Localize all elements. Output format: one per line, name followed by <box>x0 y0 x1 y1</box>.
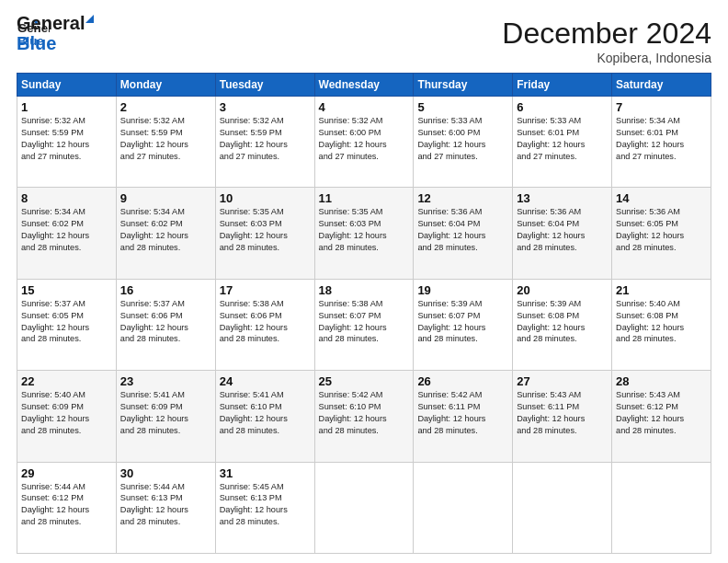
calendar-cell: 24Sunrise: 5:41 AM Sunset: 6:10 PM Dayli… <box>215 371 314 462</box>
calendar-week-row: 15Sunrise: 5:37 AM Sunset: 6:05 PM Dayli… <box>17 279 711 370</box>
day-number: 26 <box>417 374 508 388</box>
calendar-cell: 31Sunrise: 5:45 AM Sunset: 6:13 PM Dayli… <box>215 462 314 553</box>
header: General Blue General Blue December 2024 … <box>17 17 711 65</box>
cell-info: Sunrise: 5:36 AM Sunset: 6:05 PM Dayligh… <box>616 206 707 254</box>
cell-info: Sunrise: 5:44 AM Sunset: 6:13 PM Dayligh… <box>120 481 211 529</box>
calendar-cell: 15Sunrise: 5:37 AM Sunset: 6:05 PM Dayli… <box>17 279 117 370</box>
calendar-header-monday: Monday <box>116 74 215 97</box>
calendar-cell: 1Sunrise: 5:32 AM Sunset: 5:59 PM Daylig… <box>17 97 117 188</box>
calendar-cell: 30Sunrise: 5:44 AM Sunset: 6:13 PM Dayli… <box>116 462 215 553</box>
logo-blue: Blue <box>17 34 94 52</box>
cell-info: Sunrise: 5:32 AM Sunset: 5:59 PM Dayligh… <box>120 115 211 163</box>
calendar-week-row: 8Sunrise: 5:34 AM Sunset: 6:02 PM Daylig… <box>17 188 711 279</box>
calendar-cell: 27Sunrise: 5:43 AM Sunset: 6:11 PM Dayli… <box>513 371 612 462</box>
calendar-cell <box>314 462 414 553</box>
calendar-cell: 3Sunrise: 5:32 AM Sunset: 5:59 PM Daylig… <box>215 97 314 188</box>
day-number: 3 <box>220 100 311 114</box>
calendar-cell: 20Sunrise: 5:39 AM Sunset: 6:08 PM Dayli… <box>513 279 612 370</box>
day-number: 24 <box>220 374 311 388</box>
calendar-cell: 23Sunrise: 5:41 AM Sunset: 6:09 PM Dayli… <box>116 371 215 462</box>
calendar-cell: 2Sunrise: 5:32 AM Sunset: 5:59 PM Daylig… <box>116 97 215 188</box>
day-number: 10 <box>220 191 311 205</box>
page: General Blue General Blue December 2024 … <box>0 0 728 563</box>
logo-general: General <box>17 13 94 34</box>
calendar-cell: 26Sunrise: 5:42 AM Sunset: 6:11 PM Dayli… <box>414 371 513 462</box>
cell-info: Sunrise: 5:32 AM Sunset: 5:59 PM Dayligh… <box>220 115 311 163</box>
calendar-cell: 16Sunrise: 5:37 AM Sunset: 6:06 PM Dayli… <box>116 279 215 370</box>
day-number: 30 <box>120 466 211 480</box>
cell-info: Sunrise: 5:34 AM Sunset: 6:02 PM Dayligh… <box>21 206 112 254</box>
calendar-cell: 22Sunrise: 5:40 AM Sunset: 6:09 PM Dayli… <box>17 371 117 462</box>
cell-info: Sunrise: 5:39 AM Sunset: 6:08 PM Dayligh… <box>517 298 608 346</box>
cell-info: Sunrise: 5:40 AM Sunset: 6:08 PM Dayligh… <box>616 298 707 346</box>
day-number: 2 <box>120 100 211 114</box>
calendar-header-wednesday: Wednesday <box>314 74 414 97</box>
calendar-cell: 21Sunrise: 5:40 AM Sunset: 6:08 PM Dayli… <box>612 279 711 370</box>
cell-info: Sunrise: 5:41 AM Sunset: 6:09 PM Dayligh… <box>120 389 211 437</box>
day-number: 8 <box>21 191 112 205</box>
day-number: 22 <box>21 374 112 388</box>
calendar-cell <box>513 462 612 553</box>
day-number: 25 <box>319 374 410 388</box>
calendar-header-saturday: Saturday <box>612 74 711 97</box>
day-number: 6 <box>517 100 608 114</box>
calendar-cell: 11Sunrise: 5:35 AM Sunset: 6:03 PM Dayli… <box>314 188 414 279</box>
day-number: 12 <box>417 191 508 205</box>
cell-info: Sunrise: 5:32 AM Sunset: 6:00 PM Dayligh… <box>319 115 410 163</box>
cell-info: Sunrise: 5:44 AM Sunset: 6:12 PM Dayligh… <box>21 481 112 529</box>
day-number: 20 <box>517 283 608 297</box>
day-number: 28 <box>616 374 707 388</box>
cell-info: Sunrise: 5:33 AM Sunset: 6:00 PM Dayligh… <box>417 115 508 163</box>
day-number: 4 <box>319 100 410 114</box>
calendar-cell: 8Sunrise: 5:34 AM Sunset: 6:02 PM Daylig… <box>17 188 117 279</box>
logo-text-block: General Blue <box>17 13 94 52</box>
location-subtitle: Kopibera, Indonesia <box>502 51 711 65</box>
cell-info: Sunrise: 5:37 AM Sunset: 6:05 PM Dayligh… <box>21 298 112 346</box>
day-number: 18 <box>319 283 410 297</box>
calendar-cell: 4Sunrise: 5:32 AM Sunset: 6:00 PM Daylig… <box>314 97 414 188</box>
title-area: December 2024 Kopibera, Indonesia <box>502 17 711 65</box>
day-number: 23 <box>120 374 211 388</box>
calendar-week-row: 1Sunrise: 5:32 AM Sunset: 5:59 PM Daylig… <box>17 97 711 188</box>
day-number: 14 <box>616 191 707 205</box>
cell-info: Sunrise: 5:36 AM Sunset: 6:04 PM Dayligh… <box>517 206 608 254</box>
calendar-cell: 9Sunrise: 5:34 AM Sunset: 6:02 PM Daylig… <box>116 188 215 279</box>
cell-info: Sunrise: 5:43 AM Sunset: 6:12 PM Dayligh… <box>616 389 707 437</box>
day-number: 17 <box>220 283 311 297</box>
day-number: 7 <box>616 100 707 114</box>
calendar-header-friday: Friday <box>513 74 612 97</box>
month-title: December 2024 <box>502 17 711 51</box>
calendar-cell: 5Sunrise: 5:33 AM Sunset: 6:00 PM Daylig… <box>414 97 513 188</box>
calendar-header-thursday: Thursday <box>414 74 513 97</box>
calendar-cell: 19Sunrise: 5:39 AM Sunset: 6:07 PM Dayli… <box>414 279 513 370</box>
cell-info: Sunrise: 5:43 AM Sunset: 6:11 PM Dayligh… <box>517 389 608 437</box>
calendar-cell: 14Sunrise: 5:36 AM Sunset: 6:05 PM Dayli… <box>612 188 711 279</box>
cell-info: Sunrise: 5:35 AM Sunset: 6:03 PM Dayligh… <box>319 206 410 254</box>
day-number: 21 <box>616 283 707 297</box>
calendar-cell: 29Sunrise: 5:44 AM Sunset: 6:12 PM Dayli… <box>17 462 117 553</box>
cell-info: Sunrise: 5:45 AM Sunset: 6:13 PM Dayligh… <box>220 481 311 529</box>
calendar-cell: 12Sunrise: 5:36 AM Sunset: 6:04 PM Dayli… <box>414 188 513 279</box>
cell-info: Sunrise: 5:33 AM Sunset: 6:01 PM Dayligh… <box>517 115 608 163</box>
day-number: 13 <box>517 191 608 205</box>
calendar-cell: 18Sunrise: 5:38 AM Sunset: 6:07 PM Dayli… <box>314 279 414 370</box>
calendar-cell: 7Sunrise: 5:34 AM Sunset: 6:01 PM Daylig… <box>612 97 711 188</box>
calendar-cell: 25Sunrise: 5:42 AM Sunset: 6:10 PM Dayli… <box>314 371 414 462</box>
cell-info: Sunrise: 5:34 AM Sunset: 6:02 PM Dayligh… <box>120 206 211 254</box>
calendar-cell: 10Sunrise: 5:35 AM Sunset: 6:03 PM Dayli… <box>215 188 314 279</box>
day-number: 31 <box>220 466 311 480</box>
cell-info: Sunrise: 5:38 AM Sunset: 6:06 PM Dayligh… <box>220 298 311 346</box>
cell-info: Sunrise: 5:42 AM Sunset: 6:11 PM Dayligh… <box>417 389 508 437</box>
calendar-cell: 28Sunrise: 5:43 AM Sunset: 6:12 PM Dayli… <box>612 371 711 462</box>
day-number: 16 <box>120 283 211 297</box>
cell-info: Sunrise: 5:36 AM Sunset: 6:04 PM Dayligh… <box>417 206 508 254</box>
cell-info: Sunrise: 5:35 AM Sunset: 6:03 PM Dayligh… <box>220 206 311 254</box>
day-number: 29 <box>21 466 112 480</box>
calendar-week-row: 22Sunrise: 5:40 AM Sunset: 6:09 PM Dayli… <box>17 371 711 462</box>
calendar-header-row: SundayMondayTuesdayWednesdayThursdayFrid… <box>17 74 711 97</box>
calendar-cell <box>612 462 711 553</box>
cell-info: Sunrise: 5:37 AM Sunset: 6:06 PM Dayligh… <box>120 298 211 346</box>
cell-info: Sunrise: 5:41 AM Sunset: 6:10 PM Dayligh… <box>220 389 311 437</box>
calendar-cell: 13Sunrise: 5:36 AM Sunset: 6:04 PM Dayli… <box>513 188 612 279</box>
cell-info: Sunrise: 5:34 AM Sunset: 6:01 PM Dayligh… <box>616 115 707 163</box>
